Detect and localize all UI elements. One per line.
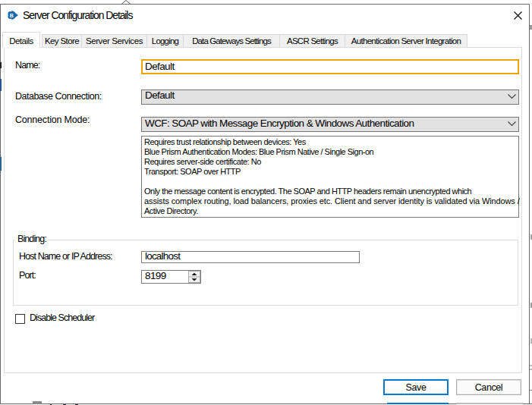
svg-text:B: B (10, 13, 14, 18)
